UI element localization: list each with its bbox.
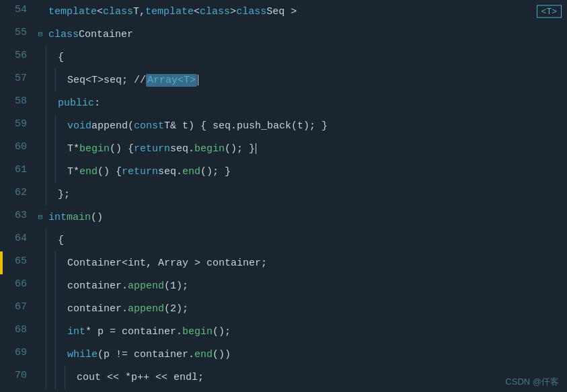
- code-token: (2);: [164, 303, 188, 315]
- left-gutter: [35, 46, 46, 69]
- indent-lines: [46, 343, 65, 366]
- code-token: begin: [194, 143, 225, 155]
- code-line: 69while (p != container.end()): [0, 343, 567, 366]
- code-token: seq; //: [104, 75, 146, 86]
- code-token: end: [79, 166, 98, 178]
- code-token: >: [230, 6, 236, 17]
- code-content: container.append(1);: [65, 274, 567, 297]
- indent-bar: [55, 343, 65, 366]
- code-token: (); }: [225, 143, 255, 155]
- code-content: cout << *p++ << endl;: [74, 366, 567, 389]
- code-token: cout << *p++ << endl;: [77, 372, 204, 383]
- indent-lines: [46, 183, 55, 206]
- indent-bar: [46, 160, 55, 183]
- code-token: Seq >: [266, 6, 297, 17]
- indent-bar: [46, 274, 55, 297]
- code-token: append: [128, 303, 164, 315]
- code-token: (): [91, 212, 103, 223]
- code-token: <int, Array > container;: [122, 258, 267, 269]
- yellow-marker: [0, 251, 3, 274]
- collapse-icon[interactable]: ⊟: [38, 214, 43, 221]
- left-gutter[interactable]: ⊟: [35, 23, 46, 46]
- left-gutter: [35, 0, 46, 23]
- code-content: T* begin() { return seq.begin(); }: [65, 137, 567, 160]
- code-content: void append(const T& t) { seq.push_back(…: [65, 114, 567, 137]
- indent-bar: [46, 46, 55, 69]
- left-gutter: [35, 297, 46, 320]
- left-gutter: [35, 114, 46, 137]
- code-line: 62};: [0, 183, 567, 206]
- code-content: };: [55, 183, 567, 206]
- indent-bar: [55, 251, 65, 274]
- left-gutter: [35, 183, 46, 206]
- code-token: {: [58, 235, 64, 246]
- code-token: seq.: [170, 143, 194, 155]
- line-number: 59: [0, 114, 35, 137]
- code-token: public: [58, 97, 94, 109]
- code-line: 66container.append(1);: [0, 274, 567, 297]
- line-number: 60: [0, 137, 35, 160]
- code-line: 61T* end() { return seq.end(); }: [0, 160, 567, 183]
- line-number: 67: [0, 297, 35, 320]
- collapse-icon[interactable]: ⊟: [38, 31, 43, 38]
- indent-bar: [55, 69, 65, 91]
- code-line: 60T* begin() { return seq.begin(); }: [0, 137, 567, 160]
- code-content: container.append(2);: [65, 297, 567, 320]
- code-line: 57Seq<T> seq; // Array<T>: [0, 69, 567, 91]
- indent-bar: [46, 69, 55, 91]
- code-content: public:: [55, 91, 567, 114]
- indent-lines: [46, 46, 55, 69]
- indent-bar: [55, 114, 65, 137]
- code-token: T& t) { seq.push_back(t); }: [164, 120, 328, 132]
- code-token: begin: [182, 326, 213, 338]
- line-number: 70: [0, 366, 35, 389]
- code-content: T* end() { return seq.end(); }: [65, 160, 567, 183]
- indent-bar: [46, 114, 55, 137]
- indent-lines: [46, 69, 65, 91]
- code-token: () {: [110, 143, 134, 155]
- code-token: Container: [79, 29, 133, 40]
- left-gutter: [35, 251, 46, 274]
- left-gutter: [35, 320, 46, 343]
- code-token: begin: [79, 143, 110, 155]
- code-line: 63⊟int main(): [0, 206, 567, 229]
- left-gutter: [35, 69, 46, 91]
- line-number: 56: [0, 46, 35, 69]
- code-token: return: [134, 143, 170, 155]
- code-content: {: [55, 229, 567, 251]
- line-number: 55: [0, 23, 35, 46]
- indent-bar: [46, 343, 55, 366]
- line-number: 58: [0, 91, 35, 114]
- code-line: 65Container<int, Array > container;: [0, 251, 567, 274]
- code-token: class: [236, 6, 266, 17]
- code-token: append: [128, 280, 164, 292]
- indent-bar: [46, 251, 55, 274]
- code-content: {: [55, 46, 567, 69]
- line-number: 63: [0, 206, 35, 229]
- indent-bar: [55, 274, 65, 297]
- code-editor: 54template<class T, template<class> clas…: [0, 0, 567, 392]
- indent-lines: [46, 91, 55, 114]
- code-token: };: [58, 189, 70, 200]
- line-number: 68: [0, 320, 35, 343]
- code-content: int main(): [46, 206, 567, 229]
- code-line: 68int* p = container.begin();: [0, 320, 567, 343]
- line-number: 61: [0, 160, 35, 183]
- code-token: <: [97, 6, 103, 17]
- indent-bar: [55, 366, 65, 389]
- code-token: (1);: [164, 280, 188, 292]
- code-token: template: [145, 6, 194, 17]
- indent-bar: [46, 183, 55, 206]
- code-token: class: [48, 29, 79, 40]
- left-gutter: [35, 137, 46, 160]
- code-token: {: [58, 52, 64, 63]
- indent-lines: [46, 320, 65, 343]
- code-token: T*: [67, 166, 79, 178]
- code-token: const: [134, 120, 164, 132]
- code-token: Seq: [67, 75, 85, 86]
- left-gutter[interactable]: ⊟: [35, 206, 46, 229]
- indent-lines: [46, 297, 65, 320]
- code-token: class: [103, 6, 133, 17]
- line-number: 66: [0, 274, 35, 297]
- code-token: return: [122, 166, 158, 178]
